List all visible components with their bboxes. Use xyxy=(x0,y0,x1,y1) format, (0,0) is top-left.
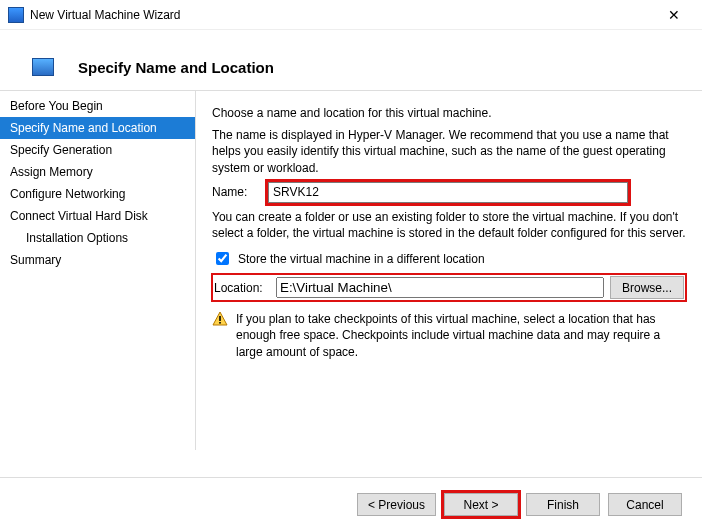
store-different-checkbox[interactable] xyxy=(216,252,229,265)
step-installation-options[interactable]: Installation Options xyxy=(0,227,195,249)
location-row-highlight: Location: Browse... xyxy=(212,274,686,301)
wizard-header: Specify Name and Location xyxy=(0,30,702,90)
step-assign-memory[interactable]: Assign Memory xyxy=(0,161,195,183)
step-summary[interactable]: Summary xyxy=(0,249,195,271)
step-before-you-begin[interactable]: Before You Begin xyxy=(0,95,195,117)
warning-row: If you plan to take checkpoints of this … xyxy=(212,311,686,360)
warning-text: If you plan to take checkpoints of this … xyxy=(236,311,686,360)
step-connect-vhd[interactable]: Connect Virtual Hard Disk xyxy=(0,205,195,227)
intro-text: Choose a name and location for this virt… xyxy=(212,105,686,121)
warning-icon xyxy=(212,311,228,327)
step-specify-generation[interactable]: Specify Generation xyxy=(0,139,195,161)
titlebar: New Virtual Machine Wizard ✕ xyxy=(0,0,702,30)
name-label: Name: xyxy=(212,185,268,199)
store-different-row: Store the virtual machine in a different… xyxy=(212,249,686,268)
previous-button[interactable]: < Previous xyxy=(357,493,436,516)
wizard-steps: Before You Begin Specify Name and Locati… xyxy=(0,91,196,450)
finish-button[interactable]: Finish xyxy=(526,493,600,516)
wizard-icon xyxy=(32,58,54,76)
cancel-button[interactable]: Cancel xyxy=(608,493,682,516)
close-icon[interactable]: ✕ xyxy=(654,7,694,23)
window-title: New Virtual Machine Wizard xyxy=(30,8,654,22)
app-icon xyxy=(8,7,24,23)
name-input[interactable] xyxy=(268,182,628,203)
location-label: Location: xyxy=(214,281,270,295)
wizard-footer: < Previous Next > Finish Cancel xyxy=(0,477,702,531)
svg-rect-2 xyxy=(219,322,221,324)
page-title: Specify Name and Location xyxy=(78,59,274,76)
step-configure-networking[interactable]: Configure Networking xyxy=(0,183,195,205)
folder-description: You can create a folder or use an existi… xyxy=(212,209,686,241)
location-input[interactable] xyxy=(276,277,604,298)
store-different-label: Store the virtual machine in a different… xyxy=(238,252,485,266)
name-row: Name: xyxy=(212,182,686,203)
browse-button[interactable]: Browse... xyxy=(610,276,684,299)
step-specify-name-location[interactable]: Specify Name and Location xyxy=(0,117,195,139)
svg-rect-1 xyxy=(219,316,221,321)
wizard-page: Choose a name and location for this virt… xyxy=(196,91,702,450)
description-text: The name is displayed in Hyper-V Manager… xyxy=(212,127,686,176)
next-button[interactable]: Next > xyxy=(444,493,518,516)
